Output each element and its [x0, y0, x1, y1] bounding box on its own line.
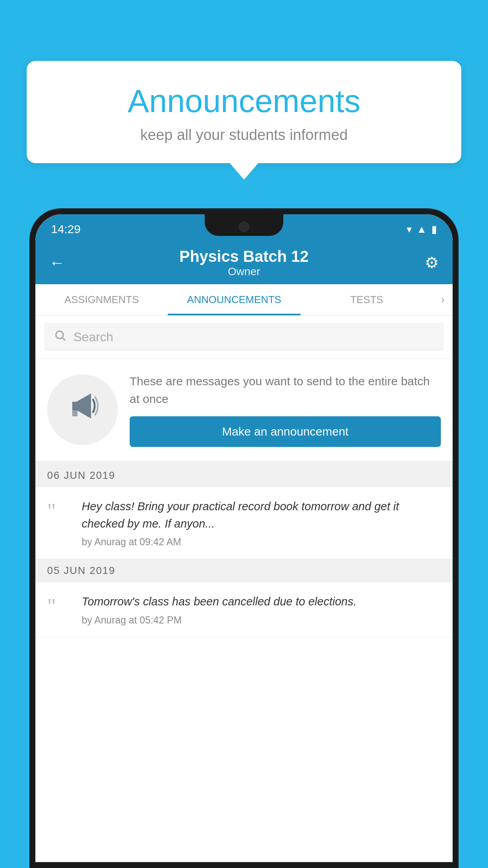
signal-icon: ▲ — [416, 223, 427, 235]
phone-screen: 14:29 ▾ ▲ ▮ ← Physics Batch 12 Owner ⚙ — [35, 214, 453, 862]
announcement-meta-2: by Anurag at 05:42 PM — [82, 614, 441, 626]
tab-more[interactable]: › — [433, 294, 453, 306]
date-header-2: 05 JUN 2019 — [35, 559, 453, 582]
bubble-title: Announcements — [50, 83, 438, 120]
announcement-description: These are messages you want to send to t… — [130, 372, 441, 408]
date-header-1: 06 JUN 2019 — [35, 464, 453, 487]
status-icons: ▾ ▲ ▮ — [407, 220, 437, 235]
status-time: 14:29 — [51, 219, 81, 236]
tab-tests[interactable]: TESTS — [301, 284, 433, 315]
megaphone-icon — [66, 389, 99, 430]
make-announcement-button[interactable]: Make an announcement — [130, 416, 441, 447]
settings-icon[interactable]: ⚙ — [415, 254, 439, 272]
announcement-text-1: Hey class! Bring your practical record b… — [82, 498, 441, 532]
announcement-item-2[interactable]: " Tomorrow's class has been cancelled du… — [35, 582, 453, 637]
speech-bubble-section: Announcements keep all your students inf… — [27, 61, 461, 163]
back-button[interactable]: ← — [49, 254, 73, 272]
tab-assignments[interactable]: ASSIGNMENTS — [35, 284, 168, 315]
tabs-bar: ASSIGNMENTS ANNOUNCEMENTS TESTS › — [35, 284, 453, 316]
svg-point-0 — [56, 331, 63, 338]
announcement-right: These are messages you want to send to t… — [130, 372, 441, 447]
announcement-item-1[interactable]: " Hey class! Bring your practical record… — [35, 487, 453, 559]
svg-line-1 — [62, 338, 65, 340]
announcement-content-2: Tomorrow's class has been cancelled due … — [82, 593, 441, 626]
app-bar: ← Physics Batch 12 Owner ⚙ — [35, 241, 453, 284]
search-container: Search — [35, 316, 453, 359]
app-bar-title: Physics Batch 12 — [73, 248, 415, 265]
announcement-icon-circle — [47, 374, 118, 445]
announcement-meta-1: by Anurag at 09:42 AM — [82, 536, 441, 548]
search-icon — [54, 329, 66, 345]
announcement-text-2: Tomorrow's class has been cancelled due … — [82, 593, 441, 611]
wifi-icon: ▾ — [407, 223, 412, 235]
app-bar-title-group: Physics Batch 12 Owner — [73, 248, 415, 278]
notch — [205, 214, 283, 236]
camera-dot — [239, 222, 249, 232]
search-bar[interactable]: Search — [44, 323, 444, 351]
quote-icon-1: " — [47, 500, 71, 522]
app-bar-subtitle: Owner — [73, 265, 415, 278]
content-area: Search — [35, 316, 453, 862]
bubble-subtitle: keep all your students informed — [50, 127, 438, 143]
battery-icon: ▮ — [431, 223, 437, 235]
quote-icon-2: " — [47, 595, 71, 617]
svg-rect-2 — [72, 409, 77, 416]
tab-announcements[interactable]: ANNOUNCEMENTS — [168, 284, 300, 315]
announcement-content-1: Hey class! Bring your practical record b… — [82, 498, 441, 548]
announcement-prompt: These are messages you want to send to t… — [35, 359, 453, 464]
speech-bubble-card: Announcements keep all your students inf… — [27, 61, 461, 163]
search-placeholder: Search — [73, 330, 113, 344]
phone-frame: 14:29 ▾ ▲ ▮ ← Physics Batch 12 Owner ⚙ — [29, 208, 459, 868]
phone-inner: 14:29 ▾ ▲ ▮ ← Physics Batch 12 Owner ⚙ — [35, 214, 453, 862]
